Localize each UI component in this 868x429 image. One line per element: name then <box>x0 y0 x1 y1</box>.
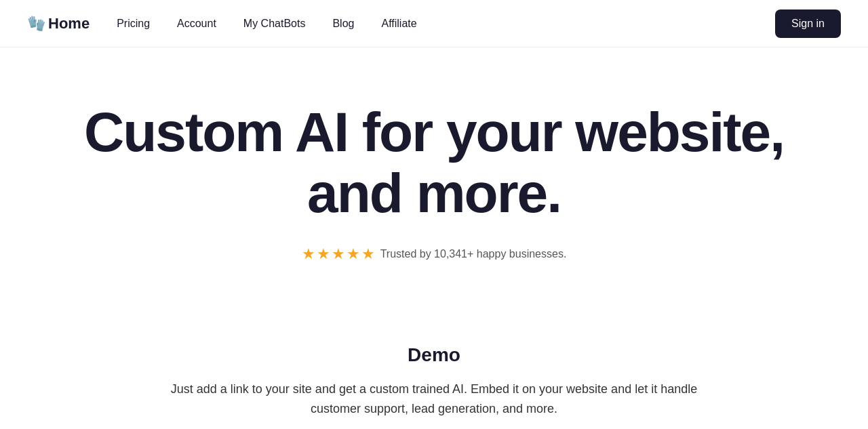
stars-row: ★ ★ ★ ★ ★ Trusted by 10,341+ happy busin… <box>302 245 567 263</box>
trusted-text: Trusted by 10,341+ happy businesses. <box>380 248 567 260</box>
hero-section: Custom AI for your website, and more. ★ … <box>0 47 868 331</box>
nav-link-blog[interactable]: Blog <box>321 12 365 35</box>
navbar: 🧤 Home Pricing Account My ChatBots Blog … <box>0 0 868 47</box>
demo-description: Just add a link to your site and get a c… <box>170 380 698 419</box>
logo-text: Home <box>48 15 90 33</box>
sign-in-button[interactable]: Sign in <box>775 9 841 38</box>
nav-logo[interactable]: 🧤 Home <box>27 15 90 33</box>
nav-left: 🧤 Home Pricing Account My ChatBots Blog … <box>27 12 775 35</box>
nav-link-my-chatbots[interactable]: My ChatBots <box>233 12 317 35</box>
nav-link-affiliate[interactable]: Affiliate <box>370 12 427 35</box>
demo-title: Demo <box>408 344 460 366</box>
star-2: ★ <box>317 245 330 263</box>
star-3: ★ <box>332 245 345 263</box>
demo-section: Demo Just add a link to your site and ge… <box>0 331 868 429</box>
star-5: ★ <box>361 245 375 263</box>
nav-link-pricing[interactable]: Pricing <box>106 12 161 35</box>
hero-title: Custom AI for your website, and more. <box>61 102 807 224</box>
logo-emoji: 🧤 <box>27 15 45 33</box>
star-1: ★ <box>302 245 315 263</box>
nav-link-account[interactable]: Account <box>166 12 227 35</box>
star-rating: ★ ★ ★ ★ ★ <box>302 245 375 263</box>
star-4: ★ <box>347 245 360 263</box>
